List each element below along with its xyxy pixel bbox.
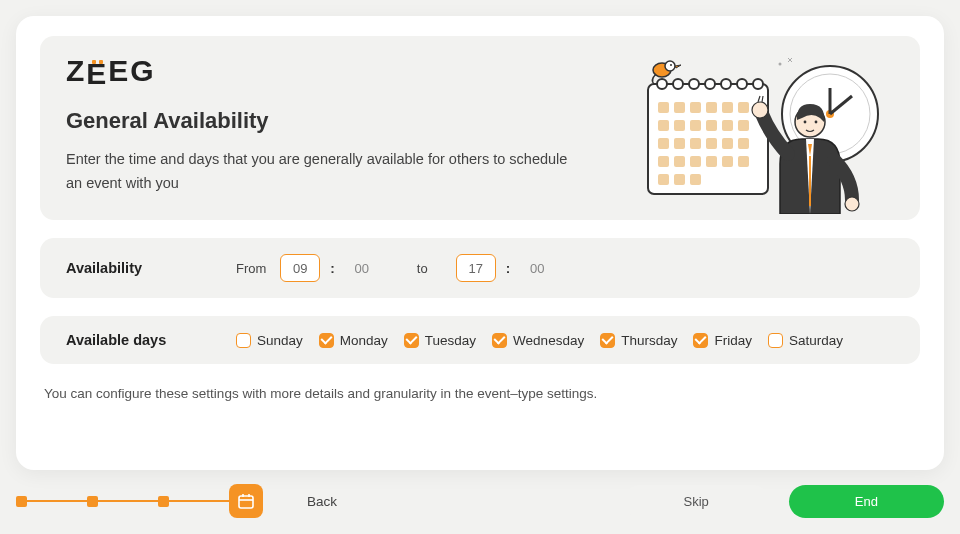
day-label: Friday: [714, 333, 752, 348]
svg-rect-28: [690, 138, 701, 149]
svg-rect-40: [690, 174, 701, 185]
svg-point-5: [779, 63, 782, 66]
time-colon: :: [506, 261, 511, 276]
progress-connector: [169, 500, 229, 502]
day-checkbox-friday[interactable]: Friday: [693, 333, 752, 348]
svg-point-46: [804, 121, 807, 124]
svg-rect-44: [809, 156, 811, 206]
progress-connector: [98, 500, 158, 502]
day-checkbox-wednesday[interactable]: Wednesday: [492, 333, 584, 348]
svg-rect-29: [706, 138, 717, 149]
svg-rect-15: [674, 102, 685, 113]
svg-rect-34: [690, 156, 701, 167]
svg-point-49: [845, 197, 859, 211]
svg-point-13: [753, 79, 763, 89]
page-subtitle: Enter the time and days that you are gen…: [66, 148, 586, 196]
checkbox-icon[interactable]: [236, 333, 251, 348]
checkbox-icon[interactable]: [600, 333, 615, 348]
checkbox-icon[interactable]: [768, 333, 783, 348]
to-label: to: [417, 261, 428, 276]
svg-rect-35: [706, 156, 717, 167]
day-label: Monday: [340, 333, 388, 348]
days-group: SundayMondayTuesdayWednesdayThursdayFrid…: [236, 333, 843, 348]
svg-point-10: [705, 79, 715, 89]
checkbox-icon[interactable]: [492, 333, 507, 348]
day-checkbox-sunday[interactable]: Sunday: [236, 333, 303, 348]
svg-rect-26: [658, 138, 669, 149]
checkbox-icon[interactable]: [693, 333, 708, 348]
day-label: Wednesday: [513, 333, 584, 348]
back-button[interactable]: Back: [293, 486, 351, 517]
time-range-group: From 09 : 00 to 17 : 00: [236, 254, 554, 282]
progress-step: [16, 496, 27, 507]
svg-rect-14: [658, 102, 669, 113]
bottom-bar: Back Skip End: [16, 484, 944, 518]
to-hour-input[interactable]: 17: [456, 254, 496, 282]
svg-rect-17: [706, 102, 717, 113]
day-label: Tuesday: [425, 333, 476, 348]
svg-rect-16: [690, 102, 701, 113]
svg-rect-25: [738, 120, 749, 131]
time-colon: :: [330, 261, 335, 276]
svg-rect-31: [738, 138, 749, 149]
header-illustration: [630, 44, 900, 214]
main-panel: ZEEG General Availability Enter the time…: [16, 16, 944, 470]
svg-rect-22: [690, 120, 701, 131]
svg-rect-37: [738, 156, 749, 167]
svg-point-48: [752, 102, 768, 118]
svg-rect-23: [706, 120, 717, 131]
svg-rect-39: [674, 174, 685, 185]
svg-rect-32: [658, 156, 669, 167]
checkbox-icon[interactable]: [404, 333, 419, 348]
checkbox-icon[interactable]: [319, 333, 334, 348]
from-minute-input[interactable]: 00: [345, 254, 379, 282]
day-checkbox-saturday[interactable]: Saturday: [768, 333, 843, 348]
day-label: Thursday: [621, 333, 677, 348]
settings-note: You can configure these settings with mo…: [44, 386, 920, 401]
svg-rect-50: [239, 496, 253, 508]
svg-point-9: [689, 79, 699, 89]
svg-rect-38: [658, 174, 669, 185]
svg-rect-30: [722, 138, 733, 149]
day-checkbox-monday[interactable]: Monday: [319, 333, 388, 348]
svg-point-11: [721, 79, 731, 89]
svg-rect-27: [674, 138, 685, 149]
svg-point-42: [665, 61, 675, 71]
svg-rect-18: [722, 102, 733, 113]
skip-button[interactable]: Skip: [624, 485, 769, 518]
svg-point-7: [657, 79, 667, 89]
day-label: Saturday: [789, 333, 843, 348]
svg-rect-19: [738, 102, 749, 113]
svg-point-43: [670, 64, 672, 66]
svg-rect-21: [674, 120, 685, 131]
svg-point-47: [815, 121, 818, 124]
header-card: ZEEG General Availability Enter the time…: [40, 36, 920, 220]
svg-rect-20: [658, 120, 669, 131]
from-hour-input[interactable]: 09: [280, 254, 320, 282]
from-label: From: [236, 261, 266, 276]
availability-row: Availability From 09 : 00 to 17 : 00: [40, 238, 920, 298]
available-days-row: Available days SundayMondayTuesdayWednes…: [40, 316, 920, 364]
svg-rect-33: [674, 156, 685, 167]
progress-step: [158, 496, 169, 507]
available-days-label: Available days: [66, 332, 236, 348]
svg-point-8: [673, 79, 683, 89]
end-button[interactable]: End: [789, 485, 944, 518]
availability-label: Availability: [66, 260, 236, 276]
svg-rect-36: [722, 156, 733, 167]
day-checkbox-thursday[interactable]: Thursday: [600, 333, 677, 348]
to-minute-input[interactable]: 00: [520, 254, 554, 282]
day-label: Sunday: [257, 333, 303, 348]
svg-rect-24: [722, 120, 733, 131]
progress-connector: [27, 500, 87, 502]
day-checkbox-tuesday[interactable]: Tuesday: [404, 333, 476, 348]
svg-point-12: [737, 79, 747, 89]
progress-indicator: [16, 484, 263, 518]
progress-step: [87, 496, 98, 507]
calendar-icon: [229, 484, 263, 518]
